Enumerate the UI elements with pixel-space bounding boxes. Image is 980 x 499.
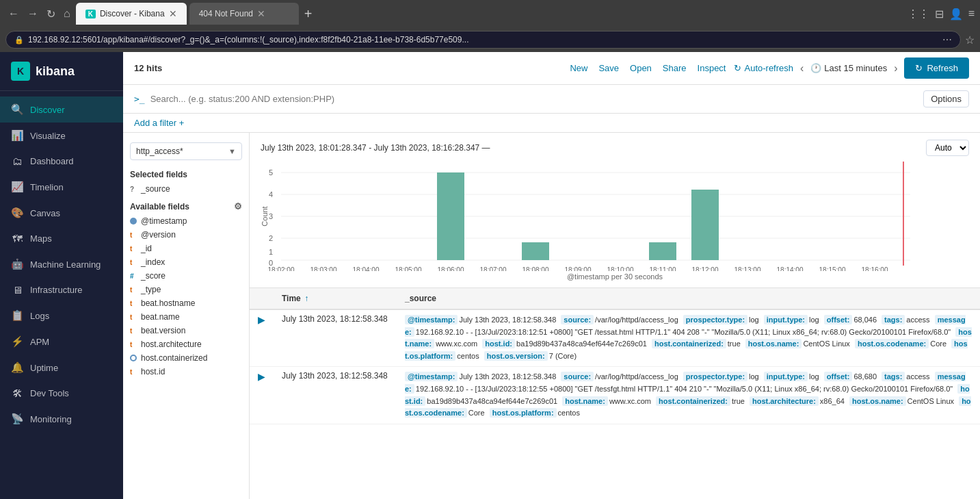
tab-close-404[interactable]: ✕ [257,8,265,19]
field-name-host-id: host.id [141,367,165,376]
bar-1808 [522,242,549,260]
interval-select[interactable]: Auto [926,140,969,156]
field-value: ba19d89b437a48ca94ef644e7c269c01 [516,340,649,348]
sidebar-item-timelion[interactable]: 📈 Timelion [0,174,123,200]
field-item-host-architecture[interactable]: t host.architecture [123,337,249,351]
field-value: CentOS Linux [803,340,852,348]
field-key: host.os.name: [849,396,906,406]
field-value: true [728,340,743,348]
new-tab-button[interactable]: + [302,6,315,22]
field-item-score[interactable]: # _score [123,269,249,283]
expand-row-button[interactable]: ▶ [258,314,265,325]
source-cell: @timestamp:July 13th 2023, 18:12:58.348 … [397,367,980,424]
svg-text:18:07:00: 18:07:00 [480,266,507,271]
field-value: log [749,316,761,324]
version-type-icon: t [130,231,137,239]
sidebar-toggle-icon[interactable]: ⊟ [935,8,944,21]
field-value: centos [457,352,481,360]
time-range-display: 🕐 Last 15 minutes [810,63,887,73]
sidebar-item-dashboard[interactable]: 🗂 Dashboard [0,149,123,174]
svg-text:18:12:00: 18:12:00 [692,266,719,271]
share-button[interactable]: Share [660,62,689,75]
field-key: @timestamp: [405,372,458,381]
save-button[interactable]: Save [596,62,622,75]
profile-icon[interactable]: 👤 [949,8,963,21]
tab-kibana[interactable]: K Discover - Kibana ✕ [76,3,187,25]
browser-menu-button[interactable]: ≡ [968,8,975,20]
tab-title-404: 404 Not Found [199,9,253,18]
field-value: CentOS Linux [908,397,957,405]
time-nav-left[interactable]: ‹ [799,61,805,76]
sidebar-item-logs[interactable]: 📋 Logs [0,303,123,329]
sidebar-item-infrastructure[interactable]: 🖥 Infrastructure [0,277,123,303]
field-item-id[interactable]: t _id [123,242,249,255]
field-key: input.type: [764,315,808,324]
svg-text:18:06:00: 18:06:00 [438,266,464,271]
field-key: input.type: [764,372,808,381]
open-button[interactable]: Open [627,62,654,75]
sidebar-item-discover[interactable]: 🔍 Discover [0,97,123,123]
expand-row-button[interactable]: ▶ [258,371,265,382]
tab-404[interactable]: 404 Not Found ✕ [189,3,299,25]
sidebar-item-visualize[interactable]: 📊 Visualize [0,123,123,149]
field-item-host-containerized[interactable]: host.containerized [123,351,249,365]
field-key: offset: [824,315,853,324]
search-bar: >_ Options [123,85,980,114]
sidebar-item-label-monitoring: Monitoring [30,414,72,424]
field-item-index[interactable]: t _index [123,255,249,269]
inspect-button[interactable]: Inspect [695,62,729,75]
options-button[interactable]: Options [923,90,969,107]
sidebar-item-apm[interactable]: ⚡ APM [0,329,123,355]
bookmark-icon[interactable]: ☆ [965,34,975,47]
refresh-circle-icon: ↻ [734,63,741,73]
bookmarks-icon[interactable]: ⋮⋮ [908,8,929,21]
sidebar-item-machine-learning[interactable]: 🤖 Machine Learning [0,251,123,277]
bar-1811 [649,242,676,260]
field-item-host-id[interactable]: t host.id [123,365,249,379]
svg-text:1: 1 [269,248,273,256]
field-key: host.id: [482,339,515,348]
field-item-beat-hostname[interactable]: t beat.hostname [123,296,249,310]
fields-gear-icon[interactable]: ⚙ [234,201,242,212]
refresh-button[interactable]: ↻ Refresh [904,57,969,79]
field-key: host.os.version: [484,351,548,361]
home-button[interactable]: ⌂ [61,6,73,21]
sidebar-item-canvas[interactable]: 🎨 Canvas [0,200,123,226]
address-menu-icon[interactable]: ⋯ [942,34,952,45]
field-item-type[interactable]: t _type [123,283,249,296]
ml-icon: 🤖 [11,258,23,270]
new-button[interactable]: New [567,62,590,75]
auto-refresh-button[interactable]: ↻ Auto-refresh [734,63,793,73]
forward-button[interactable]: → [25,6,41,21]
field-item-version[interactable]: t @version [123,228,249,242]
dev-tools-icon: 🛠 [11,387,23,399]
field-item-source[interactable]: ? _source [123,182,249,196]
field-item-timestamp[interactable]: @timestamp [123,214,249,228]
index-dropdown[interactable]: http_access* ▼ [130,142,242,160]
sidebar-item-uptime[interactable]: 🔔 Uptime [0,355,123,381]
field-name-host-containerized: host.containerized [141,353,207,363]
sidebar-item-maps[interactable]: 🗺 Maps [0,226,123,251]
field-key: @timestamp: [405,315,458,324]
timelion-icon: 📈 [11,181,23,193]
beat-hostname-type-icon: t [130,300,137,307]
field-value: true [732,397,747,405]
reload-button[interactable]: ↻ [44,6,58,22]
selected-fields-label: Selected fields [130,170,187,179]
time-nav-right[interactable]: › [892,61,899,76]
back-button[interactable]: ← [5,6,22,21]
field-value: July 13th 2023, 18:12:58.348 [459,372,558,381]
field-name-index: _index [141,257,165,267]
tab-close-kibana[interactable]: ✕ [169,8,177,19]
search-input[interactable] [150,94,918,104]
sidebar-item-label-timelion: Timelion [30,182,64,192]
svg-text:18:02:00: 18:02:00 [268,266,295,271]
field-value: www.xc.com [609,397,653,405]
field-item-beat-version[interactable]: t beat.version [123,324,249,337]
sidebar-item-dev-tools[interactable]: 🛠 Dev Tools [0,381,123,406]
time-col-header[interactable]: Time ↑ [274,288,397,309]
add-filter-link[interactable]: Add a filter + [134,118,184,128]
field-item-beat-name[interactable]: t beat.name [123,310,249,324]
refresh-icon: ↻ [915,63,923,73]
sidebar-item-monitoring[interactable]: 📡 Monitoring [0,406,123,432]
